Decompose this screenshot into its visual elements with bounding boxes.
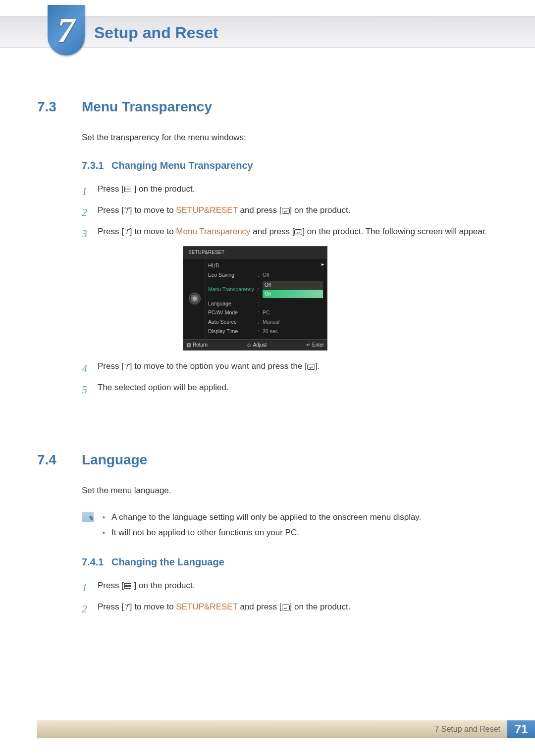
chapter-number: 7 (57, 3, 75, 57)
steps-7-3-1-cont: 4 Press [˄/˅] to move to the option you … (82, 360, 498, 398)
section-heading-7-4: 7.4 Language (37, 450, 498, 470)
subsection-number: 7.3.1 (82, 160, 104, 171)
enter-icon (282, 208, 290, 214)
osd-title: SETUP&RESET (183, 247, 327, 258)
chapter-title: Setup and Reset (94, 21, 218, 45)
osd-row-displaytime: Display Time:20 sec (206, 327, 327, 336)
note-item: It will not be applied to other function… (103, 526, 421, 539)
section-number: 7.4 (37, 450, 82, 470)
updown-icon: ˄/˅ (124, 228, 130, 235)
subsection-title: Changing the Language (111, 556, 224, 567)
footer-label: 7 Setup and Reset (37, 720, 507, 738)
osd-option-on: On (263, 290, 323, 298)
osd-row-language: Language: (206, 299, 327, 308)
highlight-setupreset: SETUP&RESET (176, 205, 237, 215)
subsection-title: Changing Menu Transparency (111, 160, 253, 171)
step-5: 5 The selected option will be applied. (82, 381, 498, 398)
step-2: 2 Press [˄/˅] to move to SETUP&RESET and… (82, 601, 498, 617)
enter-icon (294, 229, 302, 235)
section-intro: Set the transparency for the menu window… (82, 131, 498, 144)
enter-icon (282, 605, 290, 610)
menu-icon (124, 583, 131, 589)
note-icon (82, 512, 94, 522)
section-number: 7.3 (37, 97, 82, 117)
osd-row-pcav: PC/AV Mode:PC (206, 308, 327, 318)
section-title: Language (82, 450, 147, 470)
subsection-heading-7-3-1: 7.3.1 Changing Menu Transparency (82, 158, 498, 173)
step-1: 1 Press [ ] on the product. (82, 183, 498, 199)
enter-icon (307, 364, 315, 370)
step-3: 3 Press [˄/˅] to move to Menu Transparen… (82, 225, 498, 242)
osd-row-hub: HUB (206, 261, 327, 271)
subsection-heading-7-4-1: 7.4.1 Changing the Language (82, 554, 498, 569)
updown-icon: ˄/˅ (124, 604, 130, 610)
osd-row-autosource: Auto Source:Manual (206, 318, 327, 327)
osd-panel: SETUP&RESET ▸ HUB Eco Saving:Off Menu Tr… (183, 247, 327, 351)
chapter-badge: 7 (48, 5, 85, 55)
subsection-number: 7.4.1 (82, 556, 104, 567)
osd-screenshot: SETUP&RESET ▸ HUB Eco Saving:Off Menu Tr… (183, 247, 498, 351)
page-content: 7.3 Menu Transparency Set the transparen… (37, 89, 498, 622)
updown-icon: ˄/˅ (124, 207, 130, 214)
menu-icon (124, 187, 131, 192)
osd-option-off: Off (263, 281, 323, 289)
highlight-menutrans: Menu Transparency (176, 227, 250, 236)
gear-icon (190, 294, 200, 303)
footer-page-number: 71 (507, 720, 535, 738)
step-2: 2 Press [˄/˅] to move to SETUP&RESET and… (82, 204, 498, 220)
highlight-setupreset: SETUP&RESET (176, 602, 237, 611)
osd-foot-enter: ↵Enter (306, 341, 324, 349)
steps-7-4-1: 1 Press [ ] on the product. 2 Press [˄/˅… (82, 579, 498, 617)
osd-row-transparency: Menu Transparency: Off On (206, 280, 327, 299)
osd-footer: ▥Return ◇Adjust ↵Enter (183, 339, 327, 350)
section-title: Menu Transparency (82, 97, 212, 117)
step-1: 1 Press [ ] on the product. (82, 579, 498, 596)
menu-icon: ▥ (186, 341, 191, 349)
right-arrow-icon: ▸ (321, 260, 324, 268)
note-item: A change to the language setting will on… (103, 511, 421, 524)
enter-icon: ↵ (306, 341, 310, 349)
osd-foot-return: ▥Return (186, 341, 208, 349)
osd-row-eco: Eco Saving:Off (206, 270, 327, 280)
updown-icon: ◇ (247, 341, 251, 349)
updown-icon: ˄/˅ (124, 363, 130, 370)
steps-7-3-1: 1 Press [ ] on the product. 2 Press [˄/˅… (82, 183, 498, 242)
step-4: 4 Press [˄/˅] to move to the option you … (82, 360, 498, 376)
page-footer: 7 Setup and Reset 71 (37, 720, 535, 738)
section-intro: Set the menu language. (82, 484, 498, 497)
osd-foot-adjust: ◇Adjust (247, 341, 267, 349)
note-block: A change to the language setting will on… (82, 511, 498, 542)
section-heading-7-3: 7.3 Menu Transparency (37, 97, 498, 117)
